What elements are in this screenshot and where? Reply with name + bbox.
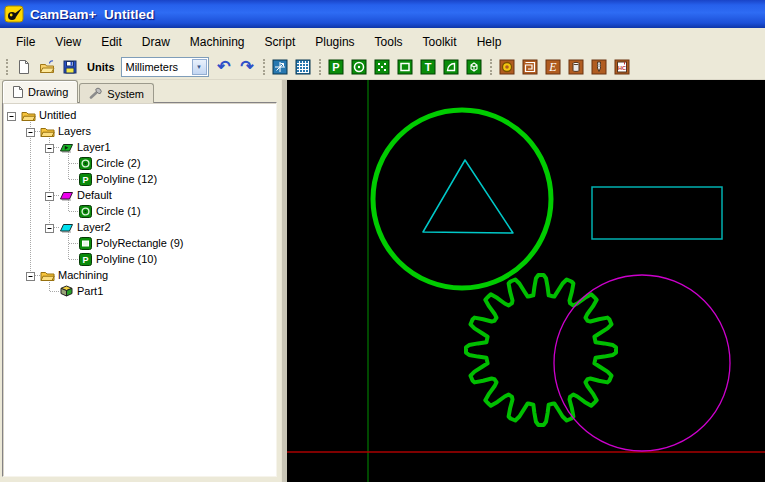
tab-label: System — [107, 88, 144, 100]
tree-item-layers[interactable]: Layers — [3, 123, 276, 139]
undo-button[interactable]: ↶ — [213, 56, 236, 78]
profile3d-op-button[interactable] — [588, 56, 611, 78]
toggle-axes-button[interactable] — [269, 56, 292, 78]
tree-item-polyline-12[interactable]: PPolyline (12) — [3, 171, 276, 187]
gcode-book-icon: HC — [614, 59, 630, 75]
units-select[interactable]: Millimeters▼ — [121, 57, 209, 77]
new-file-icon — [16, 59, 32, 75]
drill-op-button[interactable] — [565, 56, 588, 78]
tree-item-label: PolyRectangle (9) — [96, 237, 183, 249]
combo-dropdown-arrow-icon[interactable]: ▼ — [192, 59, 207, 75]
tree-item-label: Layer2 — [77, 221, 111, 233]
tree-item-label: Layer1 — [77, 141, 111, 153]
gcode-button[interactable]: HC — [611, 56, 634, 78]
grid-icon — [295, 59, 311, 75]
tree-item-machining[interactable]: Machining — [3, 267, 276, 283]
save-icon — [62, 59, 78, 75]
cad-canvas[interactable] — [287, 80, 765, 482]
sidebar-tabs: DrawingSystem — [0, 80, 281, 103]
profile-op-icon — [499, 59, 515, 75]
draw-surface-button[interactable] — [463, 56, 486, 78]
undo-icon: ↶ — [217, 58, 230, 76]
redo-icon: ↷ — [240, 58, 253, 76]
svg-text:E: E — [548, 60, 557, 74]
svg-text:P: P — [82, 255, 88, 265]
open-folder-icon — [39, 59, 55, 75]
rectangle-icon — [397, 59, 413, 75]
menu-machining[interactable]: Machining — [180, 31, 255, 53]
menu-bar: FileViewEditDrawMachiningScriptPluginsTo… — [0, 28, 765, 55]
folder-icon — [39, 124, 55, 138]
tree-item-layer1[interactable]: Layer1 — [3, 139, 276, 155]
menu-script[interactable]: Script — [255, 31, 306, 53]
menu-toolkit[interactable]: Toolkit — [413, 31, 467, 53]
draw-arc-button[interactable] — [440, 56, 463, 78]
toolbar-grip — [490, 59, 492, 75]
svg-text:P: P — [82, 175, 88, 185]
draw-points-button[interactable] — [371, 56, 394, 78]
arc-icon — [443, 59, 459, 75]
tree-item-default[interactable]: Default — [3, 187, 276, 203]
expander-minus-icon[interactable] — [7, 111, 16, 120]
wrench-icon — [89, 87, 103, 101]
object-tree: UntitledLayersLayer1Circle (2)PPolyline … — [3, 103, 276, 299]
expander-minus-icon[interactable] — [45, 143, 54, 152]
text-icon: T — [420, 59, 436, 75]
menu-view[interactable]: View — [45, 31, 91, 53]
menu-edit[interactable]: Edit — [91, 31, 132, 53]
tree-item-layer2[interactable]: Layer2 — [3, 219, 276, 235]
main-area: DrawingSystem UntitledLayersLayer1Circle… — [0, 80, 765, 482]
expander-minus-icon[interactable] — [26, 271, 35, 280]
tree-item-part1[interactable]: Part1 — [3, 283, 276, 299]
draw-circle-button[interactable] — [348, 56, 371, 78]
draw-rectangle-button[interactable] — [394, 56, 417, 78]
menu-plugins[interactable]: Plugins — [305, 31, 364, 53]
svg-text:HC: HC — [618, 65, 626, 71]
surface-icon — [466, 59, 482, 75]
cambam-window: CamBam+ Untitled FileViewEditDrawMachini… — [0, 0, 765, 482]
draw-text-button[interactable]: T — [417, 56, 440, 78]
new-file-button[interactable] — [12, 56, 35, 78]
units-value: Millimeters — [126, 61, 191, 73]
tab-drawing[interactable]: Drawing — [2, 80, 78, 103]
tab-label: Drawing — [28, 86, 68, 98]
drawing-tree-panel: UntitledLayersLayer1Circle (2)PPolyline … — [2, 102, 277, 477]
tree-item-circle-1[interactable]: Circle (1) — [3, 203, 276, 219]
layer-cyan-icon — [58, 220, 74, 234]
drill-op-icon — [568, 59, 584, 75]
pocket-op-icon — [522, 59, 538, 75]
polyline-obj-icon: P — [77, 172, 93, 186]
tree-item-label: Circle (2) — [96, 157, 141, 169]
tree-item-label: Polyline (10) — [96, 253, 157, 265]
pocket-op-button[interactable] — [519, 56, 542, 78]
tree-item-polyline-10[interactable]: PPolyline (10) — [3, 251, 276, 267]
folder-icon — [39, 268, 55, 282]
menu-file[interactable]: File — [6, 31, 45, 53]
menu-help[interactable]: Help — [467, 31, 512, 53]
draw-polyline-button[interactable]: P — [325, 56, 348, 78]
tree-item-circle-2[interactable]: Circle (2) — [3, 155, 276, 171]
sidebar: DrawingSystem UntitledLayersLayer1Circle… — [0, 80, 281, 482]
menu-tools[interactable]: Tools — [365, 31, 413, 53]
tree-item-polyrectangle-9[interactable]: PolyRectangle (9) — [3, 235, 276, 251]
menu-draw[interactable]: Draw — [132, 31, 180, 53]
tab-system[interactable]: System — [79, 83, 154, 103]
profile-op-button[interactable] — [496, 56, 519, 78]
save-button[interactable] — [58, 56, 81, 78]
svg-text:P: P — [332, 61, 339, 73]
open-file-button[interactable] — [35, 56, 58, 78]
tree-item-label: Layers — [58, 125, 91, 137]
redo-button[interactable]: ↷ — [236, 56, 259, 78]
expander-minus-icon[interactable] — [45, 223, 54, 232]
axes-crosshair-icon — [272, 59, 288, 75]
folder-icon — [20, 108, 36, 122]
expander-minus-icon[interactable] — [26, 127, 35, 136]
expander-minus-icon[interactable] — [45, 191, 54, 200]
layer-green-icon — [58, 140, 74, 154]
toggle-grid-button[interactable] — [292, 56, 315, 78]
engrave-op-button[interactable]: E — [542, 56, 565, 78]
polyline-icon: P — [328, 59, 344, 75]
layer-magenta-icon — [58, 188, 74, 202]
tree-item-untitled[interactable]: Untitled — [3, 107, 276, 123]
circle-obj-icon — [77, 204, 93, 218]
